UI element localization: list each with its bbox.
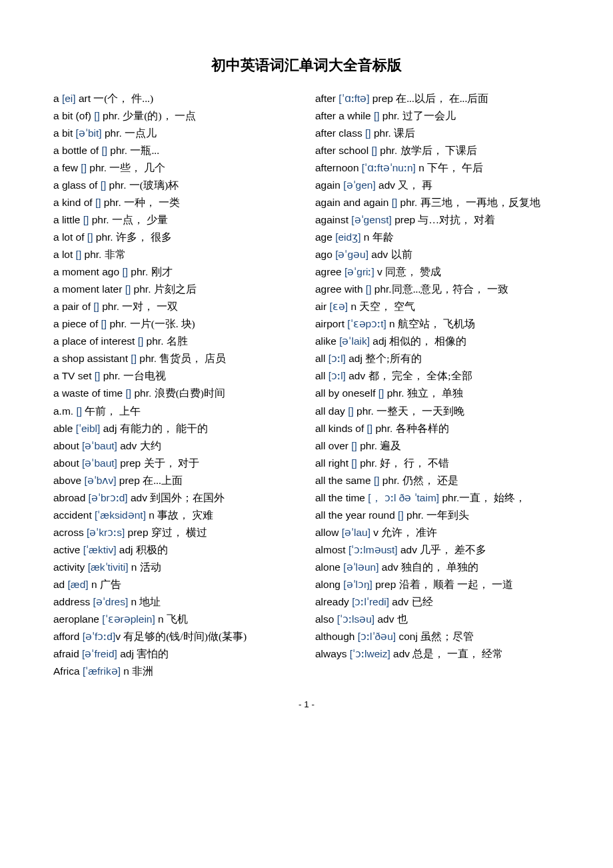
vocabulary-columns: a [ei] art 一(个， 件...)a bit (of) [] phr. … [53,90,560,680]
vocab-entry: all the year round [] phr. 一年到头 [315,507,560,524]
entry-definition: 在...以后， 在...后面 [396,93,488,104]
entry-phonetic: [] [76,249,82,260]
entry-word: a few [53,162,81,173]
vocab-entry: a lot [] phr. 非常 [53,246,298,263]
entry-word: a place of interest [53,335,138,347]
entry-word: a little [53,214,83,225]
entry-pos: phr. [380,110,402,121]
vocab-entry: all the time [， ɔːl ðə ˈtaim] phr.一直， 始终… [315,489,560,507]
entry-pos: prep [370,93,396,104]
vocab-entry: a piece of [] phr. 一片(一张. 块) [53,315,298,333]
page-title: 初中英语词汇单词大全音标版 [53,53,560,78]
vocab-entry: alone [əˈləun] adv 独自的， 单独的 [315,559,560,576]
page-number: - 1 - [53,697,560,713]
entry-definition: 也 [397,613,408,625]
entry-pos: prep [117,457,144,469]
entry-pos: adj [117,648,137,659]
entry-definition: 虽然；尽管 [420,631,474,642]
vocab-entry: a moment ago [] phr. 刚才 [53,263,298,281]
entry-definition: 一年到头 [426,509,469,521]
entry-phonetic: [əˈlɔŋ] [343,579,372,590]
entry-pos: art [76,93,94,104]
entry-phonetic: [əˈlaik] [339,335,370,347]
entry-pos: phr. [357,440,380,451]
entry-definition: 大约 [140,440,161,451]
entry-definition: 一(个， 件...) [93,93,153,104]
entry-word: a shop assistant [53,353,131,364]
vocab-entry: above [əˈbʌv] prep 在...上面 [53,472,298,489]
entry-pos: phr. [137,353,159,364]
entry-phonetic: [ɛə] [330,301,348,312]
entry-definition: 浪费(白费)时间 [155,387,225,399]
entry-definition: 一点儿 [125,127,157,139]
entry-pos: adv [390,648,413,659]
entry-pos: adj [100,423,119,434]
entry-word: although [315,631,358,642]
entry-pos: adv [398,544,420,555]
entry-pos: phr. [354,405,376,417]
entry-pos: phr. [99,301,122,312]
entry-phonetic: [əˈdres] [93,596,128,607]
vocab-entry: all [ɔːl] adv 都， 完全， 全体;全部 [315,367,560,385]
entry-pos: n [128,596,139,607]
entry-pos: phr. [371,127,394,139]
entry-definition: 年龄 [372,231,394,243]
entry-phonetic: [əˈlau] [342,527,370,538]
entry-word: after class [315,127,365,139]
entry-pos: n [348,301,359,312]
entry-word: a bottle of [53,145,101,156]
entry-pos: phr. [101,197,124,208]
entry-phonetic: [ɔːl] [328,370,346,381]
entry-phonetic: [əˈgriː] [344,266,374,277]
vocab-entry: allow [əˈlau] v 允许， 准许 [315,524,560,541]
entry-word: a piece of [53,318,101,329]
entry-pos: prep [392,214,418,225]
entry-word: a moment ago [53,266,122,277]
vocab-entry: afraid [əˈfreid] adj 害怕的 [53,645,298,663]
entry-word: air [315,301,330,312]
entry-definition: 售货员， 店员 [159,353,226,364]
entry-phonetic: [] [94,110,100,121]
entry-phonetic: [] [81,162,87,173]
entry-phonetic: [əˈbʌv] [85,475,117,486]
entry-definition: 一(玻璃)杯 [129,179,179,191]
entry-definition: 放学后， 下课后 [400,145,478,156]
entry-pos: phr. [143,335,166,347]
entry-pos: adv [346,370,368,381]
vocab-entry: about [əˈbaut] adv 大约 [53,437,298,455]
entry-phonetic: [æd] [68,579,89,590]
vocab-entry: a little [] phr. 一点， 少量 [53,211,298,229]
entry-word: age [315,231,335,243]
entry-phonetic: [] [374,110,380,121]
entry-word: a bit (of) [53,110,94,121]
entry-phonetic: [] [76,405,82,417]
entry-word: activity [53,561,88,573]
entry-phonetic: [ɔːl] [328,353,346,364]
entry-pos: adj [370,335,389,347]
entry-pos: phr. [131,387,154,399]
entry-pos: phr. [107,145,130,156]
entry-word: abroad [53,492,89,503]
entry-word: about [53,457,82,469]
entry-word: along [315,579,343,590]
entry-phonetic: [] [351,457,357,469]
entry-word: all the same [315,475,374,486]
vocab-entry: airport [ˈɛəpɔːt] n 航空站， 飞机场 [315,315,560,333]
entry-pos: n [386,318,398,329]
entry-word: a lot of [53,231,87,243]
entry-pos: adv [376,179,398,191]
vocab-entry: aeroplane [ˈɛərəplein] n 飞机 [53,611,298,628]
entry-phonetic: [əˈfɔːd] [83,631,116,642]
entry-phonetic: [ˈɑːftə] [338,93,369,104]
entry-definition: 仍然， 还是 [402,475,458,486]
entry-pos: n [89,579,100,590]
entry-pos: prep [125,527,151,538]
vocab-entry: also [ˈɔːlsəu] adv 也 [315,611,560,628]
entry-pos: phr. [81,249,104,260]
vocab-entry: along [əˈlɔŋ] prep 沿着， 顺着 一起， 一道 [315,576,560,593]
entry-definition: 沿着， 顺着 一起， 一道 [399,579,514,590]
vocab-entry: again and again [] phr. 再三地， 一再地，反复地 [315,194,560,211]
entry-word: airport [315,318,347,329]
vocab-entry: a bit (of) [] phr. 少量(的)， 一点 [53,107,298,125]
entry-pos: phr. [131,283,153,295]
